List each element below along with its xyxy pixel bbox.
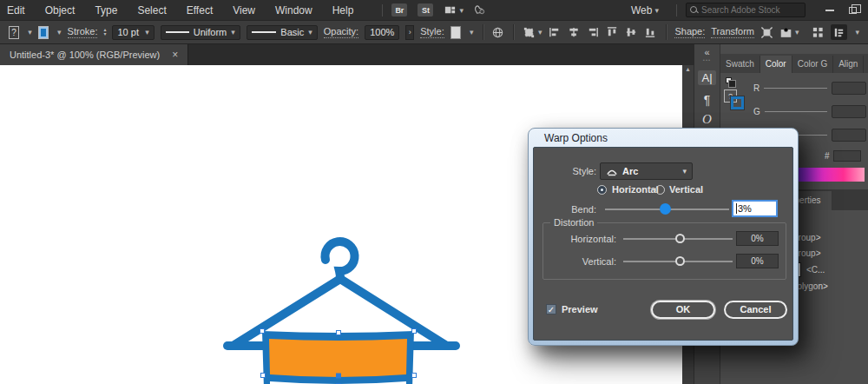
align-top-icon[interactable] <box>606 26 619 39</box>
chevron-down-icon[interactable]: ▾ <box>28 28 32 36</box>
distortion-horizontal-value[interactable]: 0% <box>736 231 779 246</box>
distortion-vertical-slider[interactable] <box>623 261 733 262</box>
divider <box>382 4 383 17</box>
chevron-down-icon: ▾ <box>459 6 464 15</box>
stroke-weight-select[interactable]: 10 pt ▾ <box>112 25 154 40</box>
menu-item-object[interactable]: Object <box>45 4 76 17</box>
align-right-icon[interactable] <box>587 26 600 39</box>
restore-button[interactable] <box>844 3 861 17</box>
stroke-label[interactable]: Stroke: <box>68 26 98 38</box>
drag-handle-icon[interactable]: ••• <box>694 57 720 63</box>
ok-button[interactable]: OK <box>651 301 715 319</box>
bridge-button[interactable]: Br <box>391 3 407 17</box>
fill-stroke-indicator: ? <box>724 77 750 107</box>
paragraph-panel-icon[interactable]: ¶ <box>694 93 720 107</box>
align-bottom-icon[interactable] <box>644 26 657 39</box>
tab-pathfinder[interactable]: Pathfin <box>864 56 868 73</box>
character-panel-icon[interactable]: A| <box>698 70 715 85</box>
menu-item-help[interactable]: Help <box>332 4 354 17</box>
hex-label: # <box>825 151 830 161</box>
graphic-style-label[interactable]: Style: <box>420 26 444 38</box>
touch-workspace-icon[interactable] <box>472 3 485 18</box>
menu-item-edit[interactable]: Edit <box>7 4 25 17</box>
search-input[interactable] <box>701 5 801 15</box>
preview-label[interactable]: Preview <box>562 304 598 314</box>
tab-swatches[interactable]: Swatch <box>720 56 760 73</box>
distortion-horizontal-thumb[interactable] <box>675 234 685 243</box>
bend-slider[interactable] <box>605 209 729 210</box>
opacity-field[interactable]: 100% <box>365 25 399 40</box>
chevron-down-icon[interactable]: ▾ <box>57 28 62 36</box>
warp-options-dialog[interactable]: Warp Options Style: Arc ▾ Horizontal Ver… <box>528 128 799 346</box>
distortion-vertical-thumb[interactable] <box>675 256 685 266</box>
preview-checkbox[interactable]: ✓ <box>546 304 556 314</box>
vertical-radio-label[interactable]: Vertical <box>669 184 703 195</box>
width-profile-select[interactable]: Uniform ▾ <box>161 25 240 40</box>
stroke-proxy-swatch[interactable] <box>731 96 744 109</box>
workspace-switcher[interactable]: Web ▾ <box>631 4 659 17</box>
puppet-warp-menu[interactable]: ▾ <box>779 26 799 39</box>
bend-input[interactable]: 3% <box>732 200 778 217</box>
minimize-button[interactable] <box>821 3 838 17</box>
menu-item-window[interactable]: Window <box>275 4 312 17</box>
horizontal-radio[interactable] <box>597 185 607 195</box>
document-setup-globe-icon[interactable] <box>491 26 504 39</box>
chevron-down-icon: ▾ <box>654 6 659 15</box>
swap-fill-stroke-icon[interactable] <box>726 77 732 83</box>
vertical-radio[interactable] <box>655 185 665 195</box>
scroll-up-icon[interactable]: ▴ <box>686 65 689 73</box>
distortion-vertical-value[interactable]: 0% <box>736 254 779 268</box>
red-slider[interactable] <box>764 88 827 89</box>
align-vertical-center-icon[interactable] <box>625 26 638 39</box>
align-left-icon[interactable] <box>549 26 562 39</box>
adobe-stock-search[interactable] <box>686 3 806 17</box>
graphic-style-swatch[interactable] <box>450 26 461 39</box>
close-tab-icon[interactable]: × <box>172 49 178 61</box>
fill-color-swatch[interactable]: ? <box>9 26 19 39</box>
menu-bar: Edit Object Type Select Effect View Wind… <box>0 0 868 20</box>
bend-slider-thumb[interactable] <box>660 203 671 215</box>
distortion-horizontal-slider[interactable] <box>623 238 733 240</box>
stepper-down-icon[interactable]: ▾ <box>103 32 106 36</box>
opacity-options-button[interactable]: › <box>405 25 414 40</box>
horizontal-radio-label[interactable]: Horizontal <box>612 184 659 195</box>
hex-value-field[interactable] <box>833 150 861 162</box>
dialog-title: Warp Options <box>544 132 608 144</box>
tab-color-guide[interactable]: Color G <box>792 56 833 73</box>
green-value-field[interactable] <box>832 105 866 118</box>
green-slider[interactable] <box>765 111 827 112</box>
gpu-performance-icon[interactable]: ▾ <box>444 3 464 17</box>
document-tab[interactable]: Untitled-3* @ 100% (RGB/Preview) × <box>0 44 188 65</box>
hanger-hook[interactable] <box>326 242 355 279</box>
bounding-box-menu[interactable]: ▾ <box>523 26 542 39</box>
opentype-panel-icon[interactable]: O <box>694 112 720 127</box>
menu-item-effect[interactable]: Effect <box>187 4 213 17</box>
tab-align[interactable]: Align <box>833 56 864 73</box>
menu-item-type[interactable]: Type <box>95 4 117 17</box>
stock-button[interactable]: St <box>418 3 433 17</box>
menu-item-select[interactable]: Select <box>137 4 166 17</box>
red-value-field[interactable] <box>832 82 866 95</box>
center-anchor-point[interactable] <box>337 374 341 378</box>
hanger-towel-artwork[interactable] <box>208 222 469 384</box>
blue-value-field[interactable] <box>832 129 866 142</box>
panel-view-button[interactable] <box>831 24 847 40</box>
chevron-down-icon[interactable]: ▾ <box>470 28 474 36</box>
free-transform-icon[interactable] <box>760 26 773 39</box>
shape-label[interactable]: Shape: <box>674 26 705 38</box>
menu-item-view[interactable]: View <box>233 4 255 17</box>
align-horizontal-center-icon[interactable] <box>568 26 581 39</box>
collapse-panels-icon[interactable]: « <box>694 47 720 57</box>
stroke-color-swatch[interactable] <box>38 26 49 39</box>
app-grid-icon[interactable] <box>812 26 825 39</box>
brush-select[interactable]: Basic ▾ <box>247 25 318 40</box>
tab-color[interactable]: Color <box>760 56 792 73</box>
transform-label[interactable]: Transform <box>711 26 754 38</box>
basic-brush-icon <box>252 31 277 33</box>
warp-style-select[interactable]: Arc ▾ <box>600 162 693 180</box>
chevron-down-icon[interactable]: ▾ <box>856 28 860 36</box>
opacity-label[interactable]: Opacity: <box>324 26 358 38</box>
cancel-button[interactable]: Cancel <box>724 301 787 319</box>
towel-upper-panel[interactable] <box>269 339 407 377</box>
stroke-weight-stepper[interactable]: ▴ ▾ <box>103 28 106 36</box>
